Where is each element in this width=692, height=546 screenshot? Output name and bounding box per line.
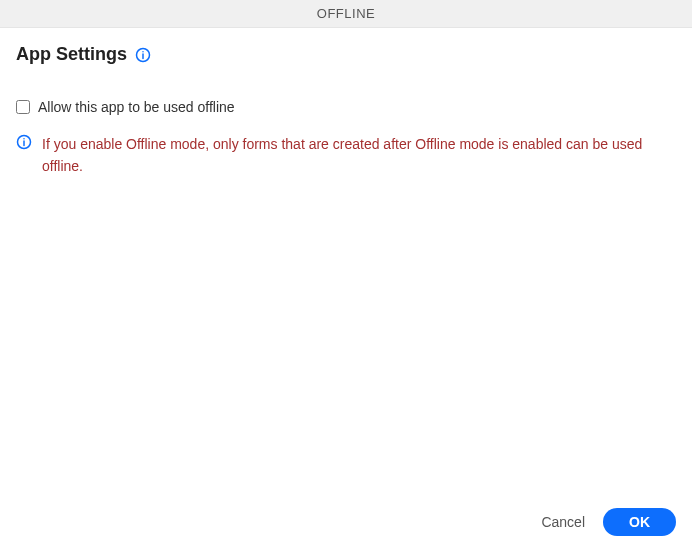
offline-checkbox-label[interactable]: Allow this app to be used offline	[38, 99, 235, 115]
header-bar: OFFLINE	[0, 0, 692, 28]
title-row: App Settings	[16, 44, 676, 65]
warning-row: If you enable Offline mode, only forms t…	[16, 133, 676, 178]
content-area: App Settings Allow this app to be used o…	[0, 28, 692, 178]
page-title: App Settings	[16, 44, 127, 65]
offline-checkbox-row: Allow this app to be used offline	[16, 99, 676, 115]
header-tab-label: OFFLINE	[317, 6, 375, 21]
warning-text: If you enable Offline mode, only forms t…	[42, 133, 656, 178]
svg-point-2	[142, 50, 144, 52]
offline-checkbox[interactable]	[16, 100, 30, 114]
svg-point-5	[23, 138, 25, 140]
ok-button[interactable]: OK	[603, 508, 676, 536]
cancel-button[interactable]: Cancel	[541, 514, 585, 530]
footer: Cancel OK	[541, 508, 676, 536]
info-icon	[16, 134, 32, 150]
info-icon[interactable]	[135, 47, 151, 63]
